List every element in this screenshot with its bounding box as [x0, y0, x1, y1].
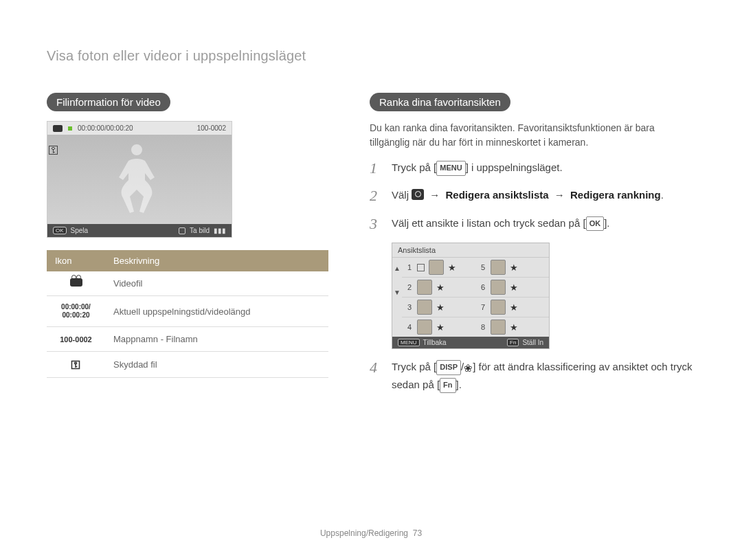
face-thumb — [491, 260, 506, 275]
face-thumb — [491, 280, 506, 295]
list-item: 2 Välj → Redigera ansiktslista → Rediger… — [370, 187, 695, 205]
star-icon: ★ — [510, 302, 518, 313]
face-thumb — [417, 280, 432, 295]
intro-text: Du kan ranka dina favoritansikten. Favor… — [370, 121, 695, 150]
play-indicator-icon — [68, 126, 72, 131]
face-row: 8★ — [475, 317, 549, 337]
face-row: 1★ — [402, 258, 475, 278]
step-number: 4 — [370, 359, 382, 393]
table-row: ⚿ Skyddad fil — [47, 352, 328, 378]
cell-icon: 00:00:00/ 00:00:20 — [47, 296, 105, 327]
fn-tag-icon: Fn — [507, 339, 519, 346]
disp-button-label: DISP — [436, 360, 461, 375]
steps-list-continued: 4 Tryck på [DISP/❀] för att ändra klassi… — [370, 359, 695, 393]
face-row: 3★ — [402, 298, 475, 317]
star-icon: ★ — [510, 322, 518, 333]
table-row: 00:00:00/ 00:00:20 Aktuell uppspelningst… — [47, 296, 328, 327]
face-row: 4★ — [402, 317, 475, 337]
cell-desc: Aktuell uppspelningstid/videolängd — [105, 296, 328, 327]
left-column: Filinformation för video 00:00:00/00:00:… — [47, 93, 328, 403]
face-thumb — [417, 300, 432, 315]
lock-icon: ⚿ — [46, 144, 61, 157]
cell-desc: Skyddad fil — [105, 352, 328, 378]
face-thumb — [491, 320, 506, 335]
up-arrow-icon: ▲ — [394, 265, 401, 272]
battery-icon: ▮▮▮ — [214, 227, 226, 234]
step-number: 2 — [370, 187, 382, 205]
list-item: 3 Välj ett ansikte i listan och tryck se… — [370, 215, 695, 233]
face-thumb — [417, 320, 432, 335]
movie-icon — [53, 125, 63, 132]
videofile-icon — [70, 278, 82, 287]
arrow-icon: → — [429, 189, 440, 201]
foot-back-label: Tillbaka — [423, 339, 447, 346]
face-thumb — [429, 260, 444, 275]
macro-flower-icon: ❀ — [464, 360, 473, 377]
cell-icon: 100-0002 — [47, 327, 105, 352]
ok-button-label: OK — [586, 216, 605, 232]
ok-badge-icon: OK — [53, 227, 67, 234]
star-icon: ★ — [436, 302, 445, 313]
right-column: Ranka dina favoritansikten Du kan ranka … — [370, 93, 695, 403]
video-time: 00:00:00/00:00:20 — [78, 124, 133, 132]
table-row: 100-0002 Mappnamn - Filnamn — [47, 327, 328, 352]
face-settings-icon — [412, 189, 424, 200]
face-row: 6★ — [475, 278, 549, 298]
list-item: 4 Tryck på [DISP/❀] för att ändra klassi… — [370, 359, 695, 393]
section-label-right: Ranka dina favoritansikten — [370, 93, 510, 111]
page-footer: Uppspelning/Redigering 73 — [0, 528, 742, 538]
cell-desc: Videofil — [105, 271, 328, 296]
capture-icon — [179, 227, 186, 234]
step-body: Välj → Redigera ansiktslista → Redigera … — [392, 187, 695, 205]
section-label-left: Filinformation för video — [47, 93, 170, 111]
cell-icon — [47, 271, 105, 296]
icon-description-table: Ikon Beskrivning Videofil 00:00:00/ 00:0… — [47, 250, 328, 378]
step-number: 1 — [370, 159, 382, 177]
star-icon: ★ — [510, 282, 518, 293]
list-item: 1 Tryck på [MENU] i uppspelningsläget. — [370, 159, 695, 177]
step-body: Tryck på [DISP/❀] för att ändra klassifi… — [392, 359, 695, 393]
star-icon: ★ — [510, 262, 518, 273]
face-card-title: Ansiktslista — [392, 243, 549, 258]
face-list-card: Ansiktslista ▲ ▼ 1★ 2★ 3★ 4★ 5★ 6★ 7★ 8★ — [392, 243, 550, 349]
foot-set-label: Ställ In — [522, 339, 543, 346]
lock-icon: ⚿ — [71, 359, 81, 370]
page-title: Visa foton eller videor i uppspelningslä… — [47, 48, 695, 64]
star-icon: ★ — [436, 282, 445, 293]
menu-button-label: MENU — [436, 161, 465, 176]
face-row: 5★ — [475, 258, 549, 278]
video-fileno: 100-0002 — [197, 124, 226, 132]
dancer-silhouette-icon — [109, 140, 164, 220]
cell-icon: ⚿ — [47, 352, 105, 378]
th-icon: Ikon — [47, 250, 105, 271]
star-icon: ★ — [436, 322, 445, 333]
foot-play-label: Spela — [71, 227, 89, 234]
checkbox-icon — [417, 264, 425, 271]
step-body: Tryck på [MENU] i uppspelningsläget. — [392, 159, 695, 177]
th-desc: Beskrivning — [105, 250, 328, 271]
arrow-icon: → — [554, 189, 565, 201]
table-row: Videofil — [47, 271, 328, 296]
face-row: 7★ — [475, 298, 549, 317]
step-body: Välj ett ansikte i listan och tryck seda… — [392, 215, 695, 233]
video-info-card: 00:00:00/00:00:20 100-0002 ⚿ OK Spela Ta… — [47, 121, 232, 238]
face-thumb — [491, 300, 506, 315]
step-number: 3 — [370, 215, 382, 233]
foot-capture-label: Ta bild — [190, 227, 210, 234]
down-arrow-icon: ▼ — [394, 289, 401, 296]
fn-button-label: Fn — [440, 378, 456, 393]
steps-list: 1 Tryck på [MENU] i uppspelningsläget. 2… — [370, 159, 695, 233]
star-icon: ★ — [448, 262, 456, 273]
menu-tag-icon: MENU — [398, 339, 420, 346]
face-row: 2★ — [402, 278, 475, 298]
cell-desc: Mappnamn - Filnamn — [105, 327, 328, 352]
